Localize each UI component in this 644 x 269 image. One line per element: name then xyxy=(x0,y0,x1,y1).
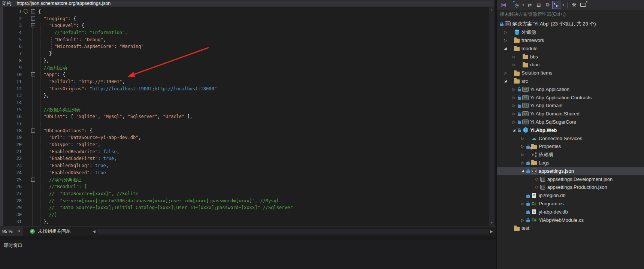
bulb-slot xyxy=(22,99,30,106)
solution-explorer-search-input[interactable]: 搜索解决方案资源管理器(Ctrl+;) xyxy=(497,10,644,19)
collapsed-arrow-icon[interactable]: ▷ xyxy=(520,218,526,222)
tree-item-project-yi-abp-application-contracts[interactable]: ▷C#Yi.Abp.Application.Contracts xyxy=(497,93,644,102)
csharp-project-icon: C# xyxy=(522,111,529,116)
tree-item-solution-yi-abp[interactable]: ⋈解决方案 'Yi.Abp' (23 个项目, 共 23 个) xyxy=(497,20,644,28)
expanded-arrow-icon[interactable]: ◢ xyxy=(502,79,508,83)
horizontal-scrollbar-track[interactable] xyxy=(97,229,489,234)
preview-selected-items-button[interactable] xyxy=(578,1,587,9)
tree-item-yiabpwebmodule-cs[interactable]: ▷C#YiAbpWebModule.cs xyxy=(497,216,644,224)
tree-item-connected-services[interactable]: ▷☁Connected Services xyxy=(497,134,644,142)
switch-views-button[interactable]: ⇄ xyxy=(525,1,534,9)
fold-collapse-marker[interactable]: - xyxy=(31,72,35,76)
pending-changes-filter-dropdown-arrow[interactable]: ▼ xyxy=(521,4,525,6)
sync-selection-dropdown-arrow[interactable]: ▼ xyxy=(561,4,565,6)
tree-item-project-yi-abp-domain[interactable]: ▷C#Yi.Abp.Domain xyxy=(497,102,644,110)
collapsed-arrow-icon[interactable]: ▷ xyxy=(520,161,526,165)
tree-item-project-yi-abp-sqlsugarcore[interactable]: ▷C#Yi.Abp.SqlSugarCore xyxy=(497,118,644,126)
collapsed-arrow-icon[interactable]: ▷ xyxy=(511,112,517,116)
collapsed-arrow-icon[interactable]: ▷ xyxy=(502,30,508,34)
immediate-window[interactable]: 即时窗口 xyxy=(0,240,496,269)
collapsed-arrow-icon[interactable]: ▷ xyxy=(511,55,517,59)
collapsed-arrow-icon[interactable]: ▷ xyxy=(502,38,508,42)
collapsed-arrow-icon[interactable]: ▷ xyxy=(502,71,508,75)
tree-item-framework-folder[interactable]: ▷framework xyxy=(497,36,644,45)
scroll-right-arrow-icon[interactable]: ▶ xyxy=(490,229,493,233)
pending-changes-filter-icon: ◷▼ xyxy=(514,2,518,8)
expanded-arrow-icon[interactable]: ◢ xyxy=(511,128,517,132)
tree-item-solution-items-folder[interactable]: ▷Solution Items xyxy=(497,69,644,77)
code-line: 30 //] xyxy=(0,211,489,218)
fold-collapse-marker[interactable]: - xyxy=(31,16,35,21)
expanded-arrow-glyph: ◢ xyxy=(521,169,524,173)
collapse-all-button[interactable]: ⊟ xyxy=(534,1,543,9)
scroll-left-arrow-icon[interactable]: ◀ xyxy=(93,229,96,233)
collapsed-arrow-icon[interactable]: ▷ xyxy=(520,136,526,140)
lock-glyph xyxy=(500,24,504,26)
panel-divider[interactable] xyxy=(0,236,496,240)
sync-selection-button[interactable] xyxy=(552,1,561,9)
tree-item-project-yi-abp-application[interactable]: ▷C#Yi.Abp.Application xyxy=(497,85,644,93)
schema-url-combobox[interactable]: https://json.schemastore.org/appsettings… xyxy=(15,1,493,6)
collapsed-arrow-glyph: ▷ xyxy=(513,103,515,108)
fold-collapse-marker[interactable]: - xyxy=(31,9,35,13)
tree-item-dependencies[interactable]: ▷依赖项 xyxy=(497,151,644,159)
tree-item-ip2region-db[interactable]: ⚙ip2region.db xyxy=(497,191,644,200)
bulb-slot xyxy=(22,36,30,43)
dependencies-icon xyxy=(530,152,538,157)
quick-actions-lightbulb-icon[interactable] xyxy=(24,9,28,13)
tree-item-bbs-folder[interactable]: ▷bbs xyxy=(497,52,644,61)
code-line: 1-{ xyxy=(0,8,489,15)
tree-item-logs-folder[interactable]: ▷Logs xyxy=(497,159,644,167)
fold-collapse-marker[interactable]: - xyxy=(31,178,35,182)
tree-item-test-folder[interactable]: test xyxy=(497,224,644,232)
collapsed-arrow-icon[interactable]: ▷ xyxy=(520,152,526,157)
document-health-indicator[interactable]: ✔ 未找到相关问题 xyxy=(30,228,71,235)
code-editor[interactable]: 1-{2- "Logging": {3- "LogLevel": {4 //"D… xyxy=(0,7,495,226)
properties-button[interactable]: ⚒ xyxy=(569,1,578,9)
tree-item-yi-abp-dev-db[interactable]: ⚙yi-abp-dev.db xyxy=(497,208,644,216)
bulb-slot xyxy=(22,71,30,78)
url-link[interactable]: http://localhost:19001 xyxy=(93,86,152,91)
collapsed-arrow-glyph: ▷ xyxy=(521,161,524,165)
expanded-arrow-icon[interactable]: ◢ xyxy=(520,169,526,173)
collapsed-arrow-icon[interactable]: ▷ xyxy=(520,144,526,148)
editor-vertical-scrollbar[interactable]: ▲ ▼ xyxy=(489,7,495,226)
tree-item-project-yi-abp-web[interactable]: ◢Yi.Abp.Web xyxy=(497,126,644,134)
sync-with-active-document-button[interactable]: ⋈ xyxy=(499,1,508,9)
tree-item-properties-folder[interactable]: ▷⚙Properties xyxy=(497,142,644,151)
tree-item-src-folder[interactable]: ◢src xyxy=(497,77,644,85)
url-link[interactable]: http://localhost:18000 xyxy=(155,86,214,91)
fold-collapse-marker[interactable]: - xyxy=(31,129,35,133)
fold-collapse-marker[interactable]: - xyxy=(31,23,35,27)
tree-item-appsettings-json[interactable]: ◢{ }appsettings.json xyxy=(497,167,644,175)
bulb-slot xyxy=(22,64,30,72)
code-line: 22 "EnabledCodeFirst": true, xyxy=(0,155,489,162)
expanded-arrow-icon[interactable]: ◢ xyxy=(502,46,508,50)
lock-icon xyxy=(517,120,522,124)
collapsed-arrow-icon[interactable]: ▷ xyxy=(511,87,517,91)
collapsed-arrow-icon[interactable]: ▷ xyxy=(511,103,517,108)
scroll-down-arrow-icon[interactable]: ▼ xyxy=(489,221,495,224)
collapsed-arrow-icon[interactable]: ▷ xyxy=(520,202,526,206)
show-all-files-button[interactable]: ⧉ xyxy=(543,1,552,9)
zoom-level-combobox[interactable]: 95 % ▼ xyxy=(0,227,23,236)
pending-changes-filter-button[interactable]: ◷▼ xyxy=(512,1,521,9)
code-text: "Microsoft.AspNetCore": "Warning" xyxy=(38,43,144,50)
scroll-up-arrow-icon[interactable]: ▲ xyxy=(489,8,495,11)
lock-glyph xyxy=(518,97,521,100)
folder-icon xyxy=(522,62,529,67)
tree-item-appsettings-production-json[interactable]: { }appsettings.Production.json xyxy=(497,183,644,191)
tree-item-project-yi-abp-domain-shared[interactable]: ▷C#Yi.Abp.Domain.Shared xyxy=(497,110,644,118)
bulb-slot xyxy=(22,8,30,15)
tree-item-appsettings-development-json[interactable]: { }appsettings.Development.json xyxy=(497,175,644,183)
external-sources-icon xyxy=(513,30,520,35)
tree-item-external-sources[interactable]: ▷外部源 xyxy=(497,28,644,36)
tree-item-rbac-folder[interactable]: ▷rbac xyxy=(497,61,644,69)
tree-item-module-folder[interactable]: ◢module xyxy=(497,44,644,52)
collapsed-arrow-icon[interactable]: ▷ xyxy=(511,120,517,124)
collapsed-arrow-icon[interactable]: ▷ xyxy=(511,96,517,100)
collapsed-arrow-icon[interactable]: ▷ xyxy=(511,63,517,67)
tree-item-program-cs[interactable]: ▷C#Program.cs xyxy=(497,200,644,208)
collapsed-arrow-glyph: ▷ xyxy=(513,112,515,116)
fold-slot xyxy=(30,141,36,148)
